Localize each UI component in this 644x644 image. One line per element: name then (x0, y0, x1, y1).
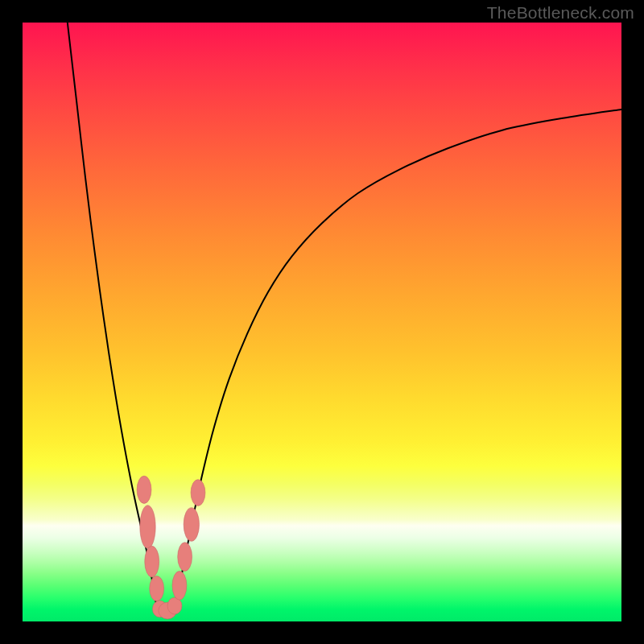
marker-dots (137, 476, 205, 619)
chart-frame: TheBottleneck.com (0, 0, 644, 644)
marker-2 (145, 546, 159, 577)
marker-7 (172, 572, 187, 601)
marker-3 (150, 576, 164, 601)
watermark-text: TheBottleneck.com (487, 3, 634, 23)
marker-9 (184, 508, 199, 542)
marker-1 (140, 506, 155, 549)
plot-area (23, 23, 621, 621)
marker-8 (178, 543, 192, 572)
curve-layer (23, 23, 621, 621)
series-right-curve (175, 109, 621, 604)
marker-10 (191, 480, 205, 506)
marker-0 (137, 476, 151, 503)
